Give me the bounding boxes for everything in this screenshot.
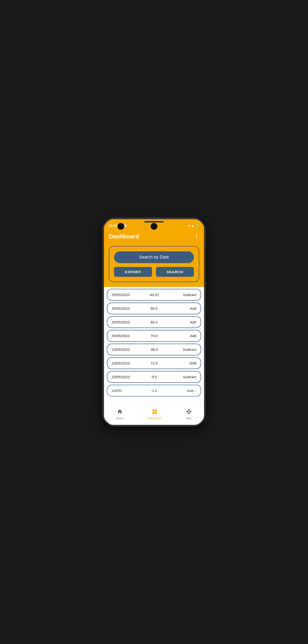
list-section: 25/05/2023 -40.97 Subtract 25/05/2023 80… bbox=[104, 287, 204, 406]
list-type: Add bbox=[168, 306, 196, 310]
camera-left bbox=[117, 223, 124, 230]
list-item[interactable]: 25/05/2023 70.0 Add bbox=[107, 330, 201, 342]
list-date: 23/05/2023 bbox=[112, 361, 140, 365]
list-date: 25/05/2023 bbox=[112, 306, 140, 310]
action-buttons: EXPORT SEARCH bbox=[114, 267, 194, 277]
list-amount: -80.0 bbox=[140, 348, 168, 352]
list-type: Add bbox=[168, 334, 196, 338]
list-item[interactable]: 23/05/2023 -80.0 Subtract bbox=[107, 344, 201, 356]
home-icon bbox=[117, 409, 123, 416]
list-date: 23/05/2023 bbox=[112, 375, 140, 379]
list-date: 25/05/2023 bbox=[112, 320, 140, 324]
phone-frame: 12:53 ⚙ 📋 ▾ ▲ 🔋 Dashboard ⋮ Search by Da… bbox=[103, 219, 205, 425]
list-amount: 70.0 bbox=[140, 334, 168, 338]
page-title: Dashboard bbox=[109, 233, 139, 240]
list-date: 23/05/2023 bbox=[112, 348, 140, 352]
list-amount: 72.0 bbox=[140, 361, 168, 365]
dashboard-icon bbox=[152, 409, 158, 416]
list-date: 25/05/2023 bbox=[112, 293, 140, 297]
nav-item-home[interactable]: Home bbox=[116, 409, 123, 420]
list-type: Shift bbox=[168, 361, 196, 365]
bottom-nav: Home Dashboard W/S bbox=[104, 406, 204, 425]
nav-label-dashboard: Dashboard bbox=[148, 417, 161, 420]
list-type: Subtract bbox=[168, 375, 196, 379]
status-right: ▾ ▲ 🔋 bbox=[188, 224, 199, 228]
nav-item-dashboard[interactable]: Dashboard bbox=[148, 409, 161, 420]
list-amount: -40.97 bbox=[140, 293, 168, 297]
search-card: Search by Date EXPORT SEARCH bbox=[109, 246, 199, 282]
list-amount: -1.0 bbox=[140, 388, 168, 393]
search-section: Search by Date EXPORT SEARCH bbox=[104, 244, 204, 287]
list-item[interactable]: 25/05/2023 -40.97 Subtract bbox=[107, 289, 201, 300]
more-options-icon[interactable]: ⋮ bbox=[194, 233, 199, 240]
list-type: Sub... bbox=[168, 388, 196, 393]
search-by-date-button[interactable]: Search by Date bbox=[114, 251, 194, 263]
list-type: Subtract bbox=[168, 348, 196, 352]
battery-icon: 🔋 bbox=[195, 224, 199, 228]
list-date: 25/05/2023 bbox=[112, 334, 140, 338]
export-button[interactable]: EXPORT bbox=[114, 267, 152, 277]
nav-item-ws[interactable]: W/S bbox=[186, 409, 192, 420]
status-time: 12:53 bbox=[109, 224, 117, 228]
list-type: Subtract bbox=[168, 293, 196, 297]
screen: 12:53 ⚙ 📋 ▾ ▲ 🔋 Dashboard ⋮ Search by Da… bbox=[104, 219, 204, 425]
list-amount: 80.0 bbox=[140, 306, 168, 310]
camera-right bbox=[151, 223, 157, 230]
ws-icon bbox=[186, 409, 192, 416]
app-bar: Dashboard ⋮ bbox=[104, 231, 204, 244]
nav-label-home: Home bbox=[116, 417, 123, 420]
clipboard-icon: 📋 bbox=[124, 224, 127, 227]
list-date: 23/05/... bbox=[112, 388, 140, 393]
list-amount: 60.0 bbox=[140, 320, 168, 324]
nav-label-ws: W/S bbox=[186, 417, 191, 420]
list-item[interactable]: 23/05/2023 72.0 Shift bbox=[107, 357, 201, 369]
list-item[interactable]: 23/05/2023 -9.0 Subtract bbox=[107, 371, 201, 383]
wifi-icon: ▾ bbox=[188, 224, 190, 228]
list-item[interactable]: 25/05/2023 60.0 Add bbox=[107, 316, 201, 328]
list-type: Add bbox=[168, 320, 196, 324]
search-button[interactable]: SEARCH bbox=[156, 267, 194, 277]
signal-icon: ▲ bbox=[191, 224, 194, 228]
list-item[interactable]: 25/05/2023 80.0 Add bbox=[107, 302, 201, 314]
list-amount: -9.0 bbox=[140, 375, 168, 379]
list-item-partial: 23/05/... -1.0 Sub... bbox=[107, 385, 201, 396]
